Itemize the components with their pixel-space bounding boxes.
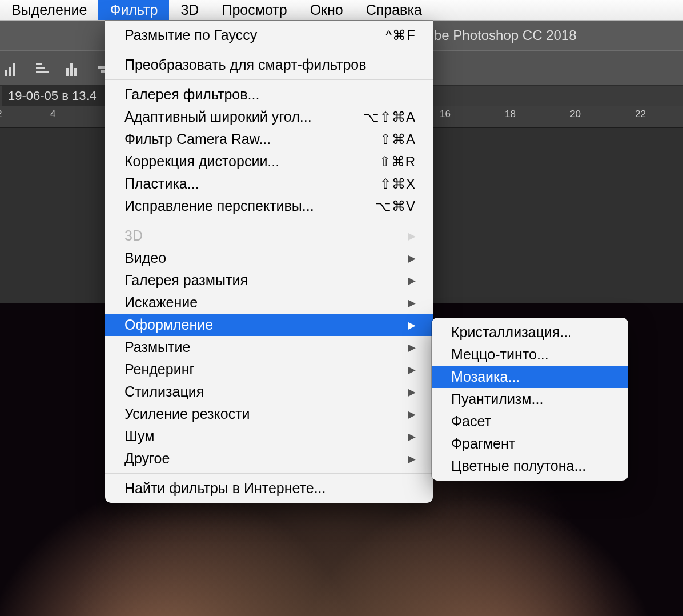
submenu-arrow-icon: ▶ [408,453,416,465]
menu-help[interactable]: Справка [355,0,433,20]
menu-item-label: Другое [124,450,401,467]
menu-item-label: Стилизация [124,383,401,400]
submenu-arrow-icon: ▶ [408,230,416,242]
menu-item-label: Кристаллизация... [451,324,611,341]
app-title: be Photoshop CC 2018 [434,27,577,43]
ruler-tick: 2 [0,109,2,120]
menu-separator [105,221,433,221]
pixelate-submenu: Кристаллизация... Меццо-тинто... Мозаика… [432,318,628,481]
menu-selection-label: Выделение [11,2,87,18]
submenu-color-halftone[interactable]: Цветные полутона... [432,455,628,477]
submenu-pointillize[interactable]: Пуантилизм... [432,388,628,410]
menu-item-label: Фильтр Camera Raw... [124,131,373,147]
menu-window[interactable]: Окно [299,0,355,20]
menu-camera-raw[interactable]: Фильтр Camera Raw... ⇧⌘A [105,128,433,150]
menu-shortcut: ⌥⌘V [375,198,416,214]
filter-dropdown: Размытие по Гауссу ^⌘F Преобразовать для… [105,21,433,503]
menu-item-label: Оформление [124,317,401,333]
menu-sub-stylize[interactable]: Стилизация ▶ [105,381,433,403]
align-left-icon[interactable] [34,60,50,76]
menu-vanishing-point[interactable]: Исправление перспективы... ⌥⌘V [105,195,433,217]
submenu-crystallize[interactable]: Кристаллизация... [432,321,628,343]
menu-item-label: Усиление резкости [124,406,401,422]
menu-item-label: Искажение [124,294,401,311]
menu-filter-gallery[interactable]: Галерея фильтров... [105,83,433,106]
submenu-arrow-icon: ▶ [408,319,416,331]
ruler-tick: 4 [50,109,55,120]
menu-sub-sharpen[interactable]: Усиление резкости ▶ [105,403,433,425]
submenu-arrow-icon: ▶ [408,363,416,376]
menu-item-label: Видео [124,250,401,266]
ruler-tick: 22 [635,109,646,120]
menu-sub-other[interactable]: Другое ▶ [105,447,433,470]
menu-sub-noise[interactable]: Шум ▶ [105,425,433,447]
menu-sub-3d: 3D ▶ [105,225,433,247]
menu-3d-label: 3D [180,2,199,18]
menu-shortcut: ⇧⌘R [379,154,416,170]
ruler-tick: 20 [570,109,581,120]
menu-help-label: Справка [366,2,422,18]
submenu-arrow-icon: ▶ [408,252,416,265]
menu-item-label: Рендеринг [124,361,401,378]
menu-item-label: 3D [124,227,401,244]
menu-view[interactable]: Просмотр [210,0,298,20]
menu-item-label: Адаптивный широкий угол... [124,109,356,125]
menu-filter[interactable]: Фильтр [98,0,169,20]
menu-item-label: Коррекция дисторсии... [124,153,372,170]
menu-sub-blur[interactable]: Размытие ▶ [105,336,433,358]
submenu-facet[interactable]: Фасет [432,410,628,433]
menu-item-label: Пуантилизм... [451,391,611,407]
menu-shortcut: ^⌘F [385,27,416,43]
menu-adaptive-wide[interactable]: Адаптивный широкий угол... ⌥⇧⌘A [105,106,433,128]
menu-filter-label: Фильтр [110,2,158,18]
submenu-arrow-icon: ▶ [408,341,416,354]
menu-shortcut: ⇧⌘X [380,176,416,192]
menu-shortcut: ⌥⇧⌘A [363,109,416,125]
menu-separator [105,473,433,474]
menu-item-label: Размытие [124,339,401,355]
menu-item-label: Галерея фильтров... [124,86,416,103]
menu-3d[interactable]: 3D [169,0,210,20]
menu-sub-pixelate[interactable]: Оформление ▶ [105,314,433,336]
submenu-mosaic[interactable]: Мозаика... [432,366,628,388]
menu-item-label: Мозаика... [451,369,611,385]
menu-sub-video[interactable]: Видео ▶ [105,247,433,269]
menu-lens-correction[interactable]: Коррекция дисторсии... ⇧⌘R [105,150,433,173]
menubar: Выделение Фильтр 3D Просмотр Окно Справк… [0,0,683,21]
menu-last-filter[interactable]: Размытие по Гауссу ^⌘F [105,24,433,46]
menu-item-label: Размытие по Гауссу [124,27,379,43]
menu-view-label: Просмотр [222,2,287,18]
menu-sub-render[interactable]: Рендеринг ▶ [105,358,433,381]
menu-item-label: Фрагмент [451,435,611,452]
menu-selection[interactable]: Выделение [0,0,98,20]
submenu-arrow-icon: ▶ [408,274,416,287]
menu-window-label: Окно [310,2,343,18]
menu-item-label: Пластика... [124,175,373,192]
ruler-tick: 18 [505,109,516,120]
submenu-arrow-icon: ▶ [408,430,416,443]
menu-item-label: Преобразовать для смарт-фильтров [124,57,416,73]
document-tab[interactable]: 19-06-05 в 13.4 [2,86,105,106]
menu-browse-online[interactable]: Найти фильтры в Интернете... [105,477,433,499]
menu-item-label: Найти фильтры в Интернете... [124,480,416,497]
submenu-arrow-icon: ▶ [408,386,416,398]
menu-item-label: Меццо-тинто... [451,346,611,363]
menu-separator [105,79,433,80]
submenu-arrow-icon: ▶ [408,408,416,421]
menu-shortcut: ⇧⌘A [380,131,416,147]
menu-sub-blur-gallery[interactable]: Галерея размытия ▶ [105,269,433,291]
menu-liquify[interactable]: Пластика... ⇧⌘X [105,173,433,195]
submenu-arrow-icon: ▶ [408,297,416,309]
submenu-mezzotint[interactable]: Меццо-тинто... [432,343,628,366]
menu-item-label: Галерея размытия [124,272,401,289]
align-bottom-icon[interactable] [3,60,19,76]
menu-convert-smart[interactable]: Преобразовать для смарт-фильтров [105,54,433,76]
document-tab-label: 19-06-05 в 13.4 [8,89,97,103]
menu-separator [105,50,433,50]
ruler-tick: 16 [440,109,451,120]
menu-item-label: Исправление перспективы... [124,198,368,214]
submenu-fragment[interactable]: Фрагмент [432,433,628,455]
menu-sub-distort[interactable]: Искажение ▶ [105,291,433,314]
menu-item-label: Шум [124,428,401,445]
align-center-icon[interactable] [65,60,81,76]
